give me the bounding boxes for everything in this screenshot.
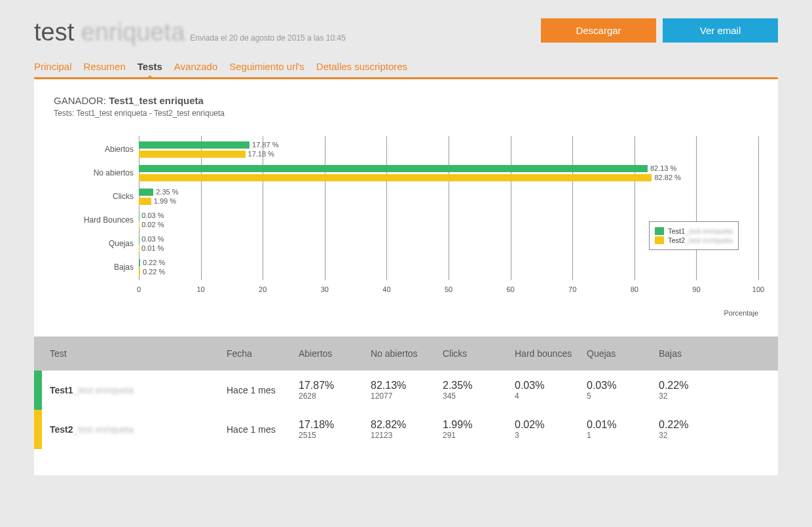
- chart-bar: [139, 141, 249, 149]
- chart-bar-label: 0.02 %: [141, 221, 164, 228]
- cell-hardbounces: 0.02%3: [515, 419, 587, 440]
- tab-detalles-suscriptores[interactable]: Detalles suscriptores: [316, 58, 407, 77]
- row-accent: [34, 371, 42, 410]
- tab-avanzado[interactable]: Avanzado: [174, 58, 217, 77]
- chart-category-label: Hard Bounces: [67, 215, 139, 225]
- cell-opens: 17.18%2515: [299, 419, 371, 440]
- cell-test-name: Test1_test enriqueta: [50, 385, 227, 395]
- chart-bar: [139, 165, 648, 172]
- chart-bar: [139, 189, 153, 196]
- chart-row: Clicks2.35 %1.99 %: [67, 185, 758, 208]
- chart-category-label: No abiertos: [67, 168, 139, 177]
- chart-x-tick: 10: [196, 285, 204, 293]
- page-subtitle: Enviada el 20 de agosto de 2015 a las 10…: [190, 33, 346, 43]
- th-opens: Abiertos: [299, 348, 371, 359]
- chart-bar-label: 0.01 %: [141, 244, 164, 252]
- cell-complaints: 0.03%5: [587, 380, 659, 401]
- chart-bar-label: 17.18 %: [248, 150, 274, 158]
- chart-row: No abiertos82.13 %82.82 %: [67, 161, 758, 185]
- chart-bar-label: 2.35 %: [156, 188, 178, 196]
- chart-bar-label: 0.03 %: [141, 235, 164, 243]
- chart-category-label: Clicks: [67, 192, 139, 201]
- chart-bar: [139, 151, 246, 158]
- tests-panel: GANADOR: Test1_test enriqueta Tests: Tes…: [34, 79, 778, 475]
- chart-row: Bajas0.22 %0.22 %: [67, 255, 758, 279]
- chart-bar: [139, 198, 151, 205]
- comparison-chart: Abiertos17.87 %17.18 %No abiertos82.13 %…: [67, 137, 758, 317]
- chart-row: Quejas0.03 %0.01 %: [67, 232, 758, 255]
- th-date: Fecha: [227, 348, 299, 359]
- chart-x-tick: 90: [692, 285, 700, 293]
- tab-principal[interactable]: Principal: [34, 58, 72, 77]
- chart-row: Abiertos17.87 %17.18 %: [67, 137, 758, 161]
- cell-test-name: Test2_test enriqueta: [50, 424, 227, 435]
- chart-bar: [139, 268, 140, 276]
- winner-prefix: GANADOR:: [54, 95, 106, 106]
- cell-opens: 17.87%2628: [299, 380, 371, 401]
- row-accent: [34, 336, 42, 371]
- cell-unsub: 0.22%32: [659, 419, 731, 440]
- chart-x-tick: 100: [752, 285, 764, 293]
- th-complaints: Quejas: [587, 348, 659, 359]
- th-unsub: Bajas: [659, 348, 731, 359]
- chart-bar-label: 0.22 %: [143, 259, 165, 266]
- th-noopens: No abiertos: [371, 348, 443, 359]
- title-suffix-blur: enriqueta: [81, 18, 185, 46]
- header-actions: Descargar Ver email: [541, 18, 778, 43]
- chart-bar-label: 0.22 %: [143, 268, 165, 276]
- cell-clicks: 2.35%345: [443, 380, 515, 401]
- page-title: test enriqueta: [34, 18, 185, 46]
- chart-bar: [139, 174, 652, 181]
- tabs-bar: PrincipalResumenTestsAvanzadoSeguimiento…: [34, 58, 778, 79]
- chart-category-label: Abiertos: [67, 145, 139, 154]
- chart-x-tick: 30: [321, 285, 329, 293]
- chart-x-tick: 60: [506, 285, 514, 293]
- tab-resumen[interactable]: Resumen: [84, 58, 126, 77]
- chart-x-tick: 40: [382, 285, 390, 293]
- tab-seguimiento-url-s[interactable]: Seguimiento url's: [229, 58, 304, 77]
- chart-x-axis: 0102030405060708090100: [139, 285, 758, 301]
- cell-noopens: 82.13%12077: [371, 380, 443, 401]
- chart-category-label: Bajas: [67, 263, 139, 272]
- download-button[interactable]: Descargar: [541, 18, 656, 43]
- results-table: Test Fecha Abiertos No abiertos Clicks H…: [34, 336, 778, 449]
- title-prefix: test: [34, 18, 74, 46]
- table-header: Test Fecha Abiertos No abiertos Clicks H…: [34, 336, 778, 371]
- cell-complaints: 0.01%1: [587, 419, 659, 440]
- cell-hardbounces: 0.03%4: [515, 380, 587, 401]
- winner-line: GANADOR: Test1_test enriqueta: [54, 95, 758, 106]
- tab-tests[interactable]: Tests: [138, 58, 162, 77]
- chart-x-tick: 20: [259, 285, 267, 293]
- title-block: test enriqueta Enviada el 20 de agosto d…: [34, 18, 346, 46]
- chart-bar-label: 1.99 %: [154, 197, 176, 205]
- cell-date: Hace 1 mes: [227, 424, 299, 435]
- chart-bar: [139, 259, 140, 266]
- th-hardbounces: Hard bounces: [515, 348, 587, 359]
- page-header: test enriqueta Enviada el 20 de agosto d…: [34, 18, 778, 46]
- chart-row: Hard Bounces0.03 %0.02 %: [67, 208, 758, 232]
- chart-x-label: Porcentaje: [139, 309, 758, 317]
- th-clicks: Clicks: [443, 348, 515, 359]
- cell-clicks: 1.99%291: [443, 419, 515, 440]
- table-row: Test1_test enriquetaHace 1 mes17.87%2628…: [34, 371, 778, 410]
- chart-x-tick: 0: [137, 285, 141, 293]
- view-email-button[interactable]: Ver email: [663, 18, 778, 43]
- cell-noopens: 82.82%12123: [371, 419, 443, 440]
- tests-line: Tests: Test1_test enriqueta - Test2_test…: [54, 109, 758, 118]
- winner-name: Test1_test enriqueta: [109, 95, 204, 106]
- th-test: Test: [50, 348, 227, 359]
- chart-x-tick: 70: [568, 285, 576, 293]
- cell-unsub: 0.22%32: [659, 380, 731, 401]
- chart-bar-label: 82.82 %: [654, 173, 680, 181]
- chart-x-tick: 80: [631, 285, 638, 293]
- chart-bar-label: 17.87 %: [252, 141, 278, 149]
- chart-bar-label: 82.13 %: [650, 164, 676, 172]
- table-row: Test2_test enriquetaHace 1 mes17.18%2515…: [34, 410, 778, 449]
- chart-bar-label: 0.03 %: [141, 211, 164, 219]
- chart-category-label: Quejas: [67, 239, 139, 248]
- row-accent: [34, 410, 42, 449]
- cell-date: Hace 1 mes: [227, 385, 299, 395]
- chart-x-tick: 50: [445, 285, 452, 293]
